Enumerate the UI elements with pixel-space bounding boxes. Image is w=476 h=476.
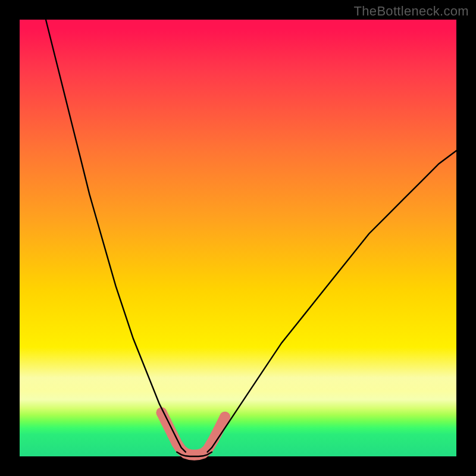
curve-layer [46,20,456,456]
marker-dot [220,412,230,422]
chart-svg [20,20,456,456]
curve-left-branch [46,20,186,452]
watermark-text: TheBottleneck.com [354,4,469,19]
chart-frame: TheBottleneck.com [0,0,476,476]
marker-layer [156,408,230,455]
marker-dot [213,425,224,436]
curve-right-branch [208,151,456,452]
